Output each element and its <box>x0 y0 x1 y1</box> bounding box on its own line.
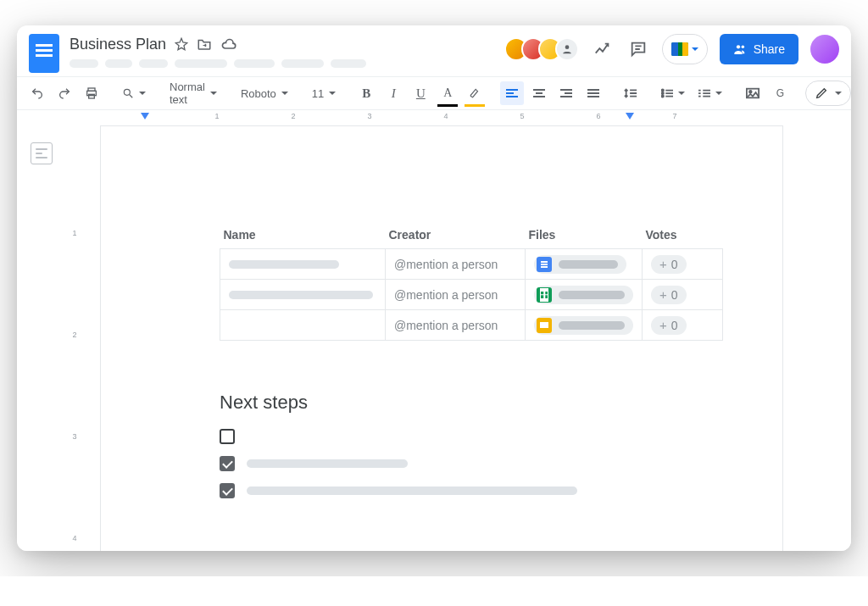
ruler-number: 7 <box>672 112 676 120</box>
comments-icon[interactable] <box>626 37 650 61</box>
vote-chip[interactable]: +0 <box>651 316 687 335</box>
vote-chip[interactable]: +0 <box>651 255 687 274</box>
svg-point-29 <box>662 92 664 94</box>
menu-item[interactable] <box>281 59 324 68</box>
chevron-down-icon <box>210 92 217 95</box>
bulleted-list-button[interactable] <box>693 81 727 105</box>
checklist-item[interactable] <box>220 456 723 471</box>
activity-icon[interactable] <box>591 37 615 61</box>
move-folder-icon[interactable] <box>197 37 212 51</box>
print-button[interactable] <box>80 81 103 105</box>
ruler-number: 4 <box>443 112 448 120</box>
line-spacing-button[interactable] <box>619 81 643 105</box>
docs-logo-icon[interactable] <box>29 34 59 73</box>
underline-button[interactable]: U <box>409 81 432 105</box>
presence-avatars[interactable] <box>504 37 579 61</box>
checklist-item[interactable] <box>220 483 723 498</box>
insert-link-button[interactable]: G <box>768 81 792 105</box>
share-button-label: Share <box>754 42 785 56</box>
ruler-number: 6 <box>596 112 600 120</box>
star-icon[interactable] <box>175 37 188 51</box>
people-icon <box>733 42 747 56</box>
svg-point-3 <box>737 45 740 48</box>
file-chip[interactable] <box>534 286 633 304</box>
table-row[interactable]: @mention a person+0 <box>220 280 723 310</box>
bold-button[interactable]: B <box>354 81 378 105</box>
account-avatar[interactable] <box>810 35 839 64</box>
font-size-label: 11 <box>312 87 324 100</box>
file-chip[interactable] <box>534 255 626 274</box>
redo-button[interactable] <box>53 81 76 105</box>
mention-placeholder[interactable]: @mention a person <box>386 280 526 310</box>
menu-item[interactable] <box>139 59 168 68</box>
font-family-label: Roboto <box>241 87 276 100</box>
checkbox[interactable] <box>220 456 235 471</box>
menu-item[interactable] <box>175 59 227 68</box>
menu-item[interactable] <box>234 59 275 68</box>
slide-file-icon <box>537 318 552 333</box>
ruler-number: 1 <box>66 229 83 237</box>
undo-button[interactable] <box>25 81 49 105</box>
font-family-dropdown[interactable]: Roboto <box>236 81 293 105</box>
table-row[interactable]: @mention a person+0 <box>220 249 723 280</box>
plus-icon: + <box>659 288 667 301</box>
right-margin-marker-icon[interactable] <box>626 113 634 120</box>
highlight-button[interactable] <box>463 81 487 105</box>
svg-point-0 <box>565 45 569 49</box>
chevron-down-icon <box>692 47 698 51</box>
align-right-button[interactable] <box>554 81 578 105</box>
share-button[interactable]: Share <box>720 34 798 64</box>
table-row[interactable]: @mention a person+0 <box>220 310 723 341</box>
align-left-button[interactable] <box>500 81 524 105</box>
pencil-icon <box>815 86 828 100</box>
editing-mode-button[interactable] <box>805 81 851 106</box>
document-page[interactable]: NameCreatorFilesVotes @mention a person+… <box>100 125 783 551</box>
svg-point-4 <box>741 46 743 48</box>
document-title[interactable]: Business Plan <box>70 36 166 53</box>
next-steps-section: Next steps <box>220 392 723 498</box>
font-size-dropdown[interactable]: 11 <box>307 81 341 105</box>
menu-item[interactable] <box>331 59 366 68</box>
smart-table[interactable]: NameCreatorFilesVotes @mention a person+… <box>220 228 723 341</box>
indent-marker-icon[interactable] <box>141 113 149 120</box>
ruler-number: 2 <box>291 112 295 120</box>
paragraph-style-label: Normal text <box>170 81 205 106</box>
file-chip[interactable] <box>534 316 633 335</box>
zoom-dropdown[interactable] <box>117 81 151 105</box>
ruler-number: 3 <box>367 112 371 120</box>
horizontal-ruler[interactable]: 1234567 <box>83 110 851 125</box>
menu-bar[interactable] <box>70 59 494 68</box>
vote-chip[interactable]: +0 <box>651 286 687 304</box>
checkbox[interactable] <box>220 429 235 444</box>
align-center-button[interactable] <box>527 81 551 105</box>
vote-count: 0 <box>671 319 678 332</box>
checklist-button[interactable] <box>656 81 690 105</box>
text-color-button[interactable]: A <box>436 81 459 105</box>
mention-placeholder[interactable]: @mention a person <box>386 310 526 341</box>
file-name-placeholder <box>559 321 625 330</box>
checkbox[interactable] <box>220 483 235 498</box>
svg-point-38 <box>749 91 752 93</box>
vote-count: 0 <box>671 288 678 302</box>
paragraph-style-dropdown[interactable]: Normal text <box>164 81 222 105</box>
insert-image-button[interactable] <box>741 81 765 105</box>
checklist-item[interactable] <box>220 429 723 444</box>
file-name-placeholder <box>559 260 618 269</box>
svg-point-30 <box>662 95 664 97</box>
avatar-anonymous[interactable] <box>555 37 579 61</box>
align-justify-button[interactable] <box>581 81 605 105</box>
svg-point-8 <box>124 89 130 95</box>
menu-item[interactable] <box>70 59 98 68</box>
italic-button[interactable]: I <box>381 81 405 105</box>
cloud-saved-icon[interactable] <box>220 37 237 51</box>
checklist-text-placeholder <box>247 459 408 468</box>
outline-rail <box>17 110 66 551</box>
menu-item[interactable] <box>105 59 132 68</box>
mention-placeholder[interactable]: @mention a person <box>386 249 526 280</box>
meet-button[interactable] <box>662 34 708 64</box>
vertical-ruler[interactable]: 1234 <box>66 110 83 551</box>
ruler-number: 1 <box>214 112 219 120</box>
ruler-number: 5 <box>520 112 524 120</box>
show-outline-button[interactable] <box>31 142 53 164</box>
table-header: Name <box>220 228 386 249</box>
